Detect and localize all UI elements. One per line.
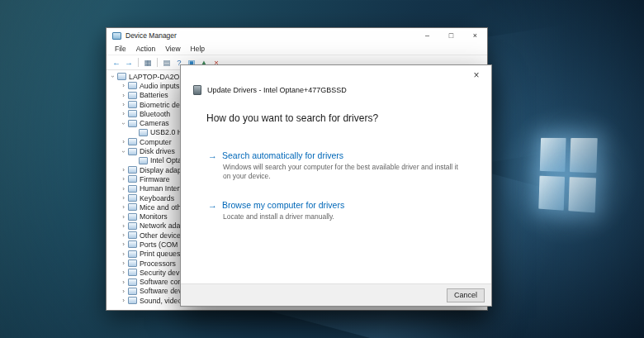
back-icon[interactable]: ← bbox=[111, 57, 122, 69]
console-tree-icon[interactable]: ▦ bbox=[142, 57, 154, 69]
software-device-icon bbox=[128, 288, 137, 295]
mouse-icon bbox=[128, 203, 137, 211]
tree-item-label: Print queues bbox=[140, 250, 180, 258]
expand-chevron-icon[interactable]: › bbox=[120, 82, 127, 89]
expand-chevron-icon[interactable]: › bbox=[120, 288, 127, 295]
expand-chevron-icon[interactable]: › bbox=[120, 297, 127, 304]
software-component-icon bbox=[128, 278, 137, 286]
camera-icon bbox=[128, 120, 137, 127]
dialog-footer: Cancel bbox=[181, 283, 491, 306]
expand-chevron-icon[interactable]: › bbox=[120, 194, 127, 202]
expand-chevron-icon[interactable]: › bbox=[120, 231, 127, 239]
audio-icon bbox=[128, 82, 137, 89]
desktop: Device Manager –□× FileActionViewHelp ←→… bbox=[0, 0, 644, 338]
firmware-icon bbox=[128, 175, 137, 183]
collapse-chevron-icon[interactable]: › bbox=[120, 120, 127, 127]
disk-icon bbox=[139, 157, 148, 164]
security-device-icon bbox=[128, 269, 137, 276]
properties-icon[interactable]: ▤ bbox=[161, 57, 173, 69]
expand-chevron-icon[interactable]: › bbox=[120, 185, 127, 193]
titlebar[interactable]: Device Manager –□× bbox=[107, 28, 487, 43]
bluetooth-icon bbox=[128, 110, 137, 117]
processor-icon bbox=[128, 259, 137, 267]
dialog-close-button[interactable]: × bbox=[466, 68, 487, 83]
toolbar-divider bbox=[138, 58, 139, 67]
expand-chevron-icon[interactable]: › bbox=[120, 175, 127, 183]
monitor-icon bbox=[128, 213, 137, 221]
disk-drive-icon bbox=[128, 148, 137, 155]
tree-item-label: Computer bbox=[140, 138, 172, 146]
window-title: Device Manager bbox=[125, 31, 415, 40]
dialog-heading: How do you want to search for drivers? bbox=[206, 112, 378, 124]
tree-item-label: Processors bbox=[140, 259, 176, 268]
menu-action[interactable]: Action bbox=[131, 45, 161, 53]
dialog-title: Update Drivers - Intel Optane+477GBSSD bbox=[207, 86, 347, 94]
display-adapter-icon bbox=[128, 166, 137, 174]
expand-chevron-icon[interactable]: › bbox=[120, 92, 127, 99]
ports-icon bbox=[128, 240, 137, 248]
tree-item-label: Batteries bbox=[140, 91, 168, 99]
webcam-icon bbox=[139, 129, 148, 136]
window-controls: –□× bbox=[415, 28, 487, 43]
maximize-button[interactable]: □ bbox=[439, 28, 463, 43]
tree-item-label: Monitors bbox=[140, 212, 168, 221]
network-adapter-icon bbox=[128, 222, 137, 230]
collapse-chevron-icon[interactable]: › bbox=[120, 148, 127, 155]
expand-chevron-icon[interactable]: › bbox=[120, 250, 127, 258]
option-search-automatically[interactable]: →Search automatically for driversWindows… bbox=[208, 150, 464, 181]
menubar: FileActionViewHelp bbox=[107, 43, 487, 55]
device-manager-app-icon bbox=[112, 32, 121, 40]
keyboard-icon bbox=[128, 194, 137, 202]
biometric-icon bbox=[128, 101, 137, 108]
tree-item-label: Keyboards bbox=[140, 194, 174, 202]
tree-item-label: Firmware bbox=[140, 175, 170, 183]
expand-chevron-icon[interactable]: › bbox=[120, 278, 127, 286]
tree-item-label: Other devices bbox=[140, 231, 184, 240]
update-drivers-dialog: × Update Drivers - Intel Optane+477GBSSD… bbox=[180, 64, 492, 307]
option-description: Windows will search your computer for th… bbox=[223, 163, 464, 181]
expand-chevron-icon[interactable]: › bbox=[120, 203, 127, 211]
expand-chevron-icon[interactable]: › bbox=[120, 166, 127, 174]
computer-category-icon bbox=[128, 138, 137, 145]
option-label: Search automatically for drivers bbox=[222, 150, 343, 160]
option-browse-computer[interactable]: →Browse my computer for driversLocate an… bbox=[208, 200, 464, 221]
hid-icon bbox=[128, 185, 137, 193]
option-description: Locate and install a driver manually. bbox=[223, 212, 464, 221]
collapse-chevron-icon[interactable]: › bbox=[109, 73, 116, 80]
tree-item-label: Cameras bbox=[140, 119, 169, 127]
expand-chevron-icon[interactable]: › bbox=[120, 259, 127, 267]
sound-icon bbox=[128, 297, 137, 304]
other-devices-icon bbox=[128, 231, 137, 239]
menu-help[interactable]: Help bbox=[186, 45, 210, 53]
menu-view[interactable]: View bbox=[160, 45, 185, 53]
dialog-header: Update Drivers - Intel Optane+477GBSSD bbox=[193, 85, 347, 95]
update-drivers-icon bbox=[193, 85, 201, 95]
forward-icon[interactable]: → bbox=[123, 57, 135, 69]
expand-chevron-icon[interactable]: › bbox=[120, 240, 127, 248]
minimize-button[interactable]: – bbox=[415, 28, 439, 43]
expand-chevron-icon[interactable]: › bbox=[120, 213, 127, 221]
tree-item-label: Bluetooth bbox=[140, 110, 170, 118]
close-button[interactable]: × bbox=[463, 28, 487, 43]
expand-chevron-icon[interactable]: › bbox=[120, 269, 127, 276]
expand-chevron-icon[interactable]: › bbox=[120, 138, 127, 145]
tree-item-label: Disk drives bbox=[140, 147, 175, 155]
computer-icon bbox=[117, 73, 126, 80]
cancel-button[interactable]: Cancel bbox=[447, 288, 485, 302]
expand-chevron-icon[interactable]: › bbox=[120, 110, 127, 117]
option-label: Browse my computer for drivers bbox=[222, 200, 344, 210]
battery-icon bbox=[128, 92, 137, 99]
print-queue-icon bbox=[128, 250, 137, 258]
toolbar-divider bbox=[157, 58, 158, 67]
option-arrow-icon: → bbox=[208, 150, 217, 160]
menu-file[interactable]: File bbox=[110, 45, 131, 53]
expand-chevron-icon[interactable]: › bbox=[120, 101, 127, 108]
expand-chevron-icon[interactable]: › bbox=[120, 222, 127, 230]
option-arrow-icon: → bbox=[208, 200, 217, 210]
